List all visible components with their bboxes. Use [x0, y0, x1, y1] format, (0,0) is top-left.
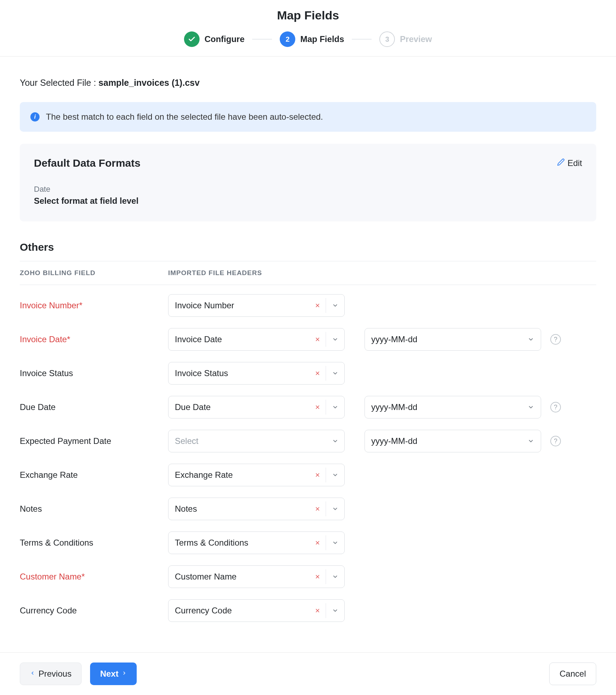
- clear-icon[interactable]: [309, 362, 326, 384]
- field-label: Invoice Date*: [20, 334, 168, 344]
- select-value: Currency Code: [168, 600, 309, 622]
- info-icon: i: [30, 112, 40, 121]
- clear-icon[interactable]: [309, 464, 326, 486]
- field-label: Terms & Conditions: [20, 538, 168, 548]
- pencil-icon: [557, 158, 565, 168]
- date-format-select[interactable]: yyyy-MM-dd: [365, 396, 541, 418]
- selected-file-line: Your Selected File : sample_invoices (1)…: [20, 78, 596, 88]
- chevron-down-icon[interactable]: [326, 295, 344, 316]
- info-banner: i The best match to each field on the se…: [20, 102, 596, 132]
- select-value: Due Date: [168, 396, 309, 418]
- edit-label: Edit: [568, 158, 582, 168]
- next-button[interactable]: Next: [90, 663, 137, 685]
- date-format-select[interactable]: yyyy-MM-dd: [365, 430, 541, 452]
- select-value: Invoice Number: [168, 295, 309, 316]
- select-value: yyyy-MM-dd: [365, 396, 521, 418]
- chevron-down-icon[interactable]: [326, 498, 344, 520]
- select-value: Invoice Date: [168, 328, 309, 350]
- select-value: Terms & Conditions: [168, 532, 309, 554]
- chevron-down-icon[interactable]: [326, 430, 344, 452]
- step-label: Configure: [205, 34, 244, 44]
- field-label: Invoice Status: [20, 368, 168, 378]
- step-label: Map Fields: [300, 34, 344, 44]
- map-row: Invoice Number*Invoice Number: [20, 285, 596, 319]
- step-label: Preview: [400, 34, 432, 44]
- select-value: Exchange Rate: [168, 464, 309, 486]
- chevron-down-icon[interactable]: [326, 328, 344, 350]
- header-select[interactable]: Invoice Date: [168, 328, 345, 351]
- chevron-down-icon[interactable]: [521, 430, 541, 452]
- map-row: Customer Name*Customer Name: [20, 556, 596, 590]
- map-row: Invoice Date*Invoice Dateyyyy-MM-dd?: [20, 319, 596, 353]
- map-row: Exchange RateExchange Rate: [20, 455, 596, 488]
- step-number-icon: 2: [280, 31, 295, 47]
- section-title-others: Others: [20, 241, 596, 253]
- col-imported-headers: IMPORTED FILE HEADERS: [168, 269, 596, 277]
- header-select[interactable]: Invoice Status: [168, 362, 345, 385]
- map-row: Invoice StatusInvoice Status: [20, 353, 596, 387]
- clear-icon[interactable]: [309, 532, 326, 554]
- selected-file-prefix: Your Selected File :: [20, 78, 99, 88]
- header-select[interactable]: Customer Name: [168, 565, 345, 588]
- step-configure: Configure: [184, 31, 244, 47]
- cancel-label: Cancel: [559, 669, 586, 679]
- step-separator: [352, 39, 372, 40]
- header-select[interactable]: Due Date: [168, 396, 345, 418]
- date-format-value: Select format at field level: [34, 196, 582, 206]
- cancel-button[interactable]: Cancel: [549, 663, 596, 685]
- step-preview: 3 Preview: [379, 31, 432, 47]
- field-label: Expected Payment Date: [20, 436, 168, 446]
- map-row: Expected Payment DateSelectyyyy-MM-dd?: [20, 421, 596, 455]
- map-row: Currency CodeCurrency Code: [20, 590, 596, 624]
- select-value: Invoice Status: [168, 362, 309, 384]
- clear-icon[interactable]: [309, 498, 326, 520]
- chevron-right-icon: [122, 670, 127, 678]
- header-select[interactable]: Invoice Number: [168, 294, 345, 317]
- previous-button[interactable]: Previous: [20, 663, 82, 685]
- chevron-down-icon[interactable]: [326, 532, 344, 554]
- map-row: Due DateDue Dateyyyy-MM-dd?: [20, 387, 596, 421]
- edit-defaults-button[interactable]: Edit: [557, 158, 582, 168]
- chevron-down-icon[interactable]: [326, 362, 344, 384]
- col-billing-field: ZOHO BILLING FIELD: [20, 269, 168, 277]
- chevron-down-icon[interactable]: [326, 600, 344, 622]
- info-banner-text: The best match to each field on the sele…: [46, 112, 323, 122]
- header-select[interactable]: Select: [168, 430, 345, 452]
- clear-icon[interactable]: [309, 600, 326, 622]
- step-separator: [252, 39, 272, 40]
- select-value: yyyy-MM-dd: [365, 328, 521, 350]
- header-select[interactable]: Terms & Conditions: [168, 531, 345, 554]
- step-map-fields: 2 Map Fields: [280, 31, 344, 47]
- clear-icon[interactable]: [309, 295, 326, 316]
- stepper: Configure 2 Map Fields 3 Preview: [0, 31, 616, 47]
- clear-icon[interactable]: [309, 566, 326, 588]
- default-formats-card: Default Data Formats Edit Date Select fo…: [20, 144, 596, 221]
- select-value: Select: [168, 430, 326, 452]
- check-icon: [184, 31, 200, 47]
- header-select[interactable]: Notes: [168, 498, 345, 520]
- field-label: Customer Name*: [20, 572, 168, 582]
- select-value: Customer Name: [168, 566, 309, 588]
- default-formats-title: Default Data Formats: [34, 157, 141, 169]
- mapping-table-header: ZOHO BILLING FIELD IMPORTED FILE HEADERS: [20, 261, 596, 285]
- select-value: Notes: [168, 498, 309, 520]
- help-icon[interactable]: ?: [550, 334, 561, 345]
- help-icon[interactable]: ?: [550, 436, 561, 446]
- field-label: Invoice Number*: [20, 301, 168, 310]
- clear-icon[interactable]: [309, 396, 326, 418]
- chevron-down-icon[interactable]: [326, 396, 344, 418]
- chevron-down-icon[interactable]: [326, 464, 344, 486]
- chevron-down-icon[interactable]: [521, 328, 541, 350]
- chevron-down-icon[interactable]: [326, 566, 344, 588]
- field-label: Due Date: [20, 402, 168, 412]
- footer-bar: Previous Next Cancel: [0, 652, 616, 695]
- header-select[interactable]: Exchange Rate: [168, 464, 345, 486]
- chevron-down-icon[interactable]: [521, 396, 541, 418]
- header-select[interactable]: Currency Code: [168, 599, 345, 622]
- map-row: Terms & ConditionsTerms & Conditions: [20, 522, 596, 556]
- help-icon[interactable]: ?: [550, 402, 561, 412]
- date-format-select[interactable]: yyyy-MM-dd: [365, 328, 541, 351]
- select-value: yyyy-MM-dd: [365, 430, 521, 452]
- chevron-left-icon: [30, 670, 35, 678]
- clear-icon[interactable]: [309, 328, 326, 350]
